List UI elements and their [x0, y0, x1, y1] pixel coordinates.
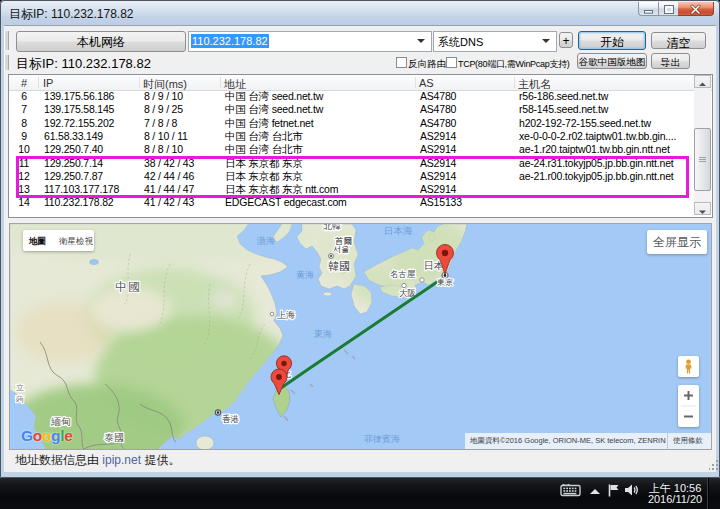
svg-text:香港: 香港 — [222, 414, 239, 424]
svg-text:北韓: 北韓 — [323, 224, 341, 231]
svg-text:立: 立 — [16, 383, 24, 392]
svg-text:黄海: 黄海 — [296, 270, 314, 280]
svg-text:中國: 中國 — [115, 280, 141, 294]
svg-text:서울: 서울 — [333, 245, 349, 254]
svg-text:蒟: 蒟 — [15, 395, 24, 404]
svg-text:韓國: 韓國 — [328, 260, 350, 272]
svg-text:東京: 東京 — [437, 278, 453, 287]
svg-text:菲律賓海: 菲律賓海 — [364, 434, 400, 444]
svg-text:東海: 東海 — [314, 329, 332, 339]
svg-text:名古屋: 名古屋 — [390, 269, 416, 279]
svg-text:上海: 上海 — [277, 310, 295, 320]
svg-text:泰國: 泰國 — [104, 432, 124, 443]
svg-text:日本海: 日本海 — [384, 225, 413, 236]
svg-text:渤海: 渤海 — [256, 236, 275, 246]
svg-text:緬甸: 緬甸 — [50, 416, 71, 427]
